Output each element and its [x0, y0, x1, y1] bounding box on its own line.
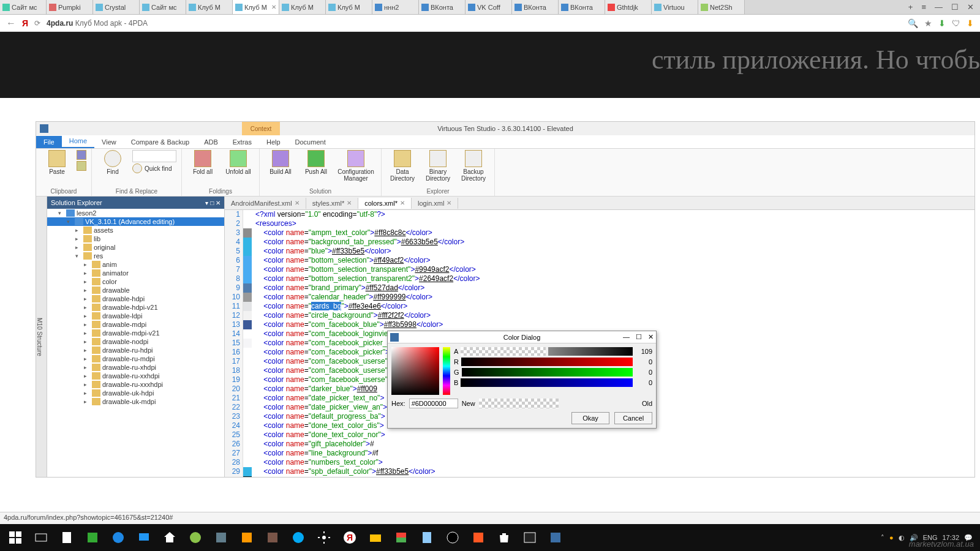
tb-app-2[interactable]	[80, 527, 105, 549]
browser-tab[interactable]: ВКонта	[559, 0, 605, 14]
saturation-picker[interactable]	[391, 347, 439, 395]
maximize-icon[interactable]: ☐	[636, 333, 642, 341]
red-slider[interactable]	[461, 358, 633, 366]
tree-node[interactable]: ▸assets	[47, 226, 224, 234]
browser-tab[interactable]: VK Coff	[466, 0, 512, 14]
start-button[interactable]	[2, 527, 28, 549]
tree-node[interactable]: ▸color	[47, 277, 224, 286]
tree-node[interactable]: ▸drawable-nodpi	[47, 337, 224, 346]
tree-node[interactable]: ▸drawable-hdpi-v21	[47, 303, 224, 312]
tb-app-15[interactable]	[414, 527, 440, 549]
alpha-slider[interactable]	[461, 347, 545, 356]
quickfind-button[interactable]: Quick find	[132, 163, 176, 173]
solution-tree[interactable]: ▾leson2▾VK_3.10.1 (Advanced editing)▸ass…	[47, 209, 224, 477]
ribbon-tab-compare[interactable]: Compare & Backup	[124, 136, 197, 148]
back-icon[interactable]: ←	[6, 18, 16, 29]
alpha-slider2[interactable]	[548, 347, 633, 356]
tb-app-14[interactable]	[388, 527, 414, 549]
quickfind-input[interactable]	[132, 150, 176, 162]
build-button[interactable]: Build All	[265, 150, 296, 175]
tree-node[interactable]: ▸animator	[47, 269, 224, 277]
new-tab-icon[interactable]: +	[908, 2, 913, 12]
tree-node[interactable]: ▾res	[47, 252, 224, 260]
find-button[interactable]: Find	[97, 150, 129, 175]
browser-tab[interactable]: Сайт мс	[0, 0, 47, 14]
browser-tab[interactable]: Pumpki	[47, 0, 93, 14]
tb-app-7[interactable]	[208, 527, 234, 549]
tb-app-4[interactable]	[131, 527, 157, 549]
editor-tab[interactable]: styles.xml*✕	[306, 198, 359, 209]
copy-button[interactable]	[77, 161, 86, 171]
tb-app-17[interactable]	[466, 527, 491, 549]
yandex-icon[interactable]: Я	[22, 18, 28, 28]
tb-app-16[interactable]	[440, 527, 466, 549]
config-button[interactable]: Configuration Manager	[336, 150, 376, 182]
cancel-button[interactable]: Cancel	[614, 412, 652, 424]
okay-button[interactable]: Okay	[571, 412, 609, 424]
browser-tab[interactable]: ннн2	[372, 0, 419, 14]
foldall-button[interactable]: Fold all	[187, 150, 219, 175]
tb-app-10[interactable]	[285, 527, 311, 549]
minimize-icon[interactable]: —	[623, 333, 630, 341]
tb-cmd-icon[interactable]	[517, 527, 543, 549]
ribbon-tab-view[interactable]: View	[94, 136, 124, 148]
editor-tab[interactable]: AndroidManifest.xml✕	[225, 198, 306, 209]
hex-input[interactable]	[409, 399, 458, 408]
tree-node[interactable]: ▸drawable-mdpi	[47, 320, 224, 329]
binary-dir-button[interactable]: Binary Directory	[422, 150, 454, 182]
browser-tab[interactable]: Gthtdjk	[605, 0, 652, 14]
ribbon-tab-document[interactable]: Document	[288, 136, 333, 148]
browser-tab[interactable]: ВКонта	[419, 0, 466, 14]
ribbon-tab-file[interactable]: File	[36, 136, 62, 148]
star-icon[interactable]: ★	[924, 18, 932, 28]
tb-explorer-icon[interactable]	[363, 527, 388, 549]
browser-tab[interactable]: Net2Sh	[698, 0, 745, 14]
tree-node[interactable]: ▸drawable-uk-mdpi	[47, 397, 224, 406]
tb-settings-icon[interactable]	[311, 527, 337, 549]
browser-tab[interactable]: Клуб М	[326, 0, 372, 14]
browser-tab[interactable]: Клуб М✕	[233, 0, 279, 14]
tabs-menu-icon[interactable]: ≡	[921, 2, 926, 12]
tray-icon-1[interactable]: ●	[889, 534, 894, 541]
zoom-icon[interactable]: 🔍	[908, 18, 918, 28]
taskview-icon[interactable]	[28, 527, 54, 549]
paste-button[interactable]: Paste	[41, 150, 73, 175]
tree-node[interactable]: ▸drawable	[47, 286, 224, 294]
tree-node[interactable]: ▸drawable-ru-mdpi	[47, 354, 224, 363]
tree-node[interactable]: ▸drawable-uk-hdpi	[47, 389, 224, 397]
tree-node[interactable]: ▸drawable-ru-xxhdpi	[47, 372, 224, 380]
tree-node[interactable]: ▸drawable-ldpi	[47, 312, 224, 320]
shield-icon[interactable]: 🛡	[952, 18, 960, 28]
ribbon-tab-adb[interactable]: ADB	[197, 136, 225, 148]
win-close-icon[interactable]: ✕	[967, 2, 974, 12]
tree-node[interactable]: ▸drawable-ru-xxxhdpi	[47, 380, 224, 389]
ribbon-tab-help[interactable]: Help	[259, 136, 288, 148]
down-arrow-icon[interactable]: ⬇	[967, 18, 974, 28]
left-rail[interactable]: M10 Structure	[36, 197, 47, 477]
green-slider[interactable]	[462, 368, 633, 377]
browser-tab[interactable]: Клуб М	[279, 0, 326, 14]
tree-node[interactable]: ▸drawable-hdpi	[47, 294, 224, 303]
blue-slider[interactable]	[461, 378, 633, 387]
backup-dir-button[interactable]: Backup Directory	[458, 150, 489, 182]
win-min-icon[interactable]: —	[935, 2, 943, 12]
tb-vts-icon[interactable]	[543, 527, 568, 549]
tree-node[interactable]: ▾leson2	[47, 209, 224, 217]
unfoldall-button[interactable]: Unfold all	[222, 150, 254, 175]
cut-button[interactable]	[77, 150, 86, 160]
win-max-icon[interactable]: ☐	[951, 2, 959, 12]
ribbon-tab-extras[interactable]: Extras	[225, 136, 259, 148]
close-icon[interactable]: ✕	[648, 333, 654, 341]
color-dialog-titlebar[interactable]: Color Dialog — ☐ ✕	[388, 331, 656, 343]
tb-home-icon[interactable]	[157, 527, 183, 549]
tree-node[interactable]: ▸anim	[47, 260, 224, 269]
editor-tab[interactable]: colors.xml*✕	[358, 198, 412, 209]
tb-app-1[interactable]	[54, 527, 80, 549]
browser-tab[interactable]: Virtuou	[652, 0, 698, 14]
tb-app-8[interactable]	[234, 527, 260, 549]
browser-tab[interactable]: Сайт мс	[140, 0, 186, 14]
tb-app-9[interactable]	[260, 527, 285, 549]
tray-icon-2[interactable]: ◐	[899, 534, 905, 542]
data-dir-button[interactable]: Data Directory	[386, 150, 418, 182]
browser-tab[interactable]: ВКонта	[512, 0, 559, 14]
